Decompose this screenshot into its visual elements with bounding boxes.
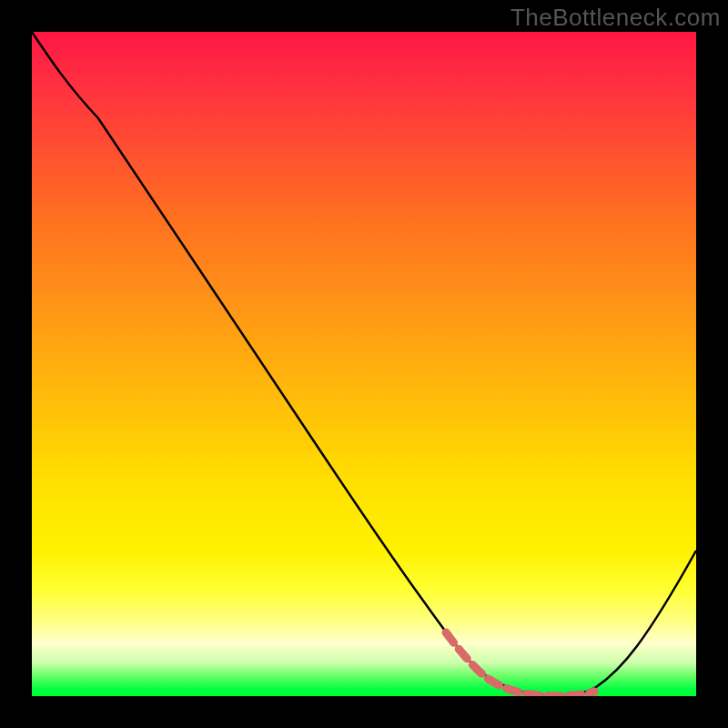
main-curve bbox=[32, 32, 696, 695]
watermark-text: TheBottleneck.com bbox=[511, 4, 721, 32]
plot-area bbox=[32, 32, 696, 696]
highlight-segment bbox=[446, 632, 594, 696]
chart-container: TheBottleneck.com bbox=[0, 0, 728, 728]
curve-svg bbox=[32, 32, 696, 696]
highlight-end-dot bbox=[591, 688, 599, 696]
